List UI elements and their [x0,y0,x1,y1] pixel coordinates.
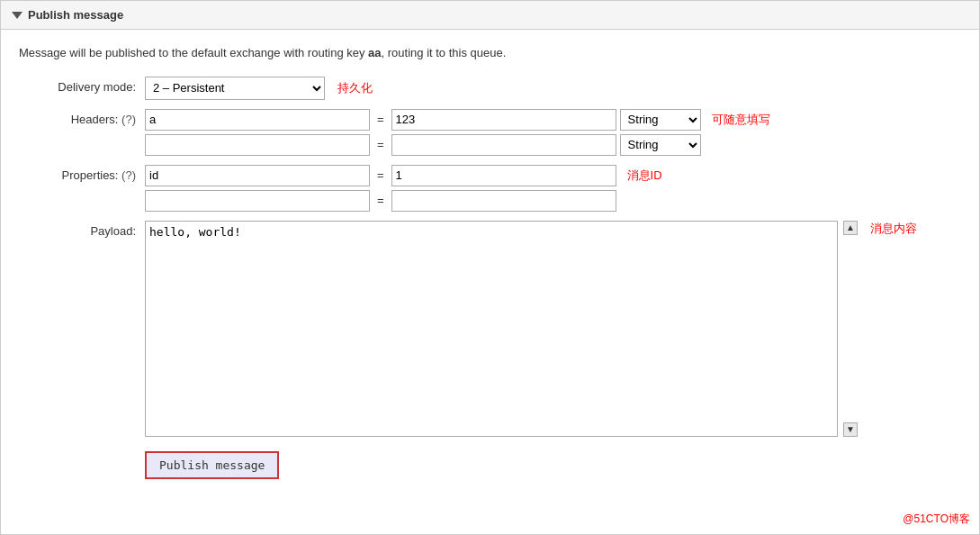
property-value-1[interactable] [391,165,616,186]
property-row-2: = [145,190,662,212]
headers-hint: (?) [121,113,136,126]
delivery-mode-select[interactable]: 1 – Non-persistent 2 – Persistent [145,77,325,100]
delivery-mode-control: 1 – Non-persistent 2 – Persistent 持久化 [145,77,373,100]
header-type-2[interactable]: String Number Boolean [620,134,701,156]
property-value-2[interactable] [391,190,616,212]
headers-row: Headers: (?) = String Number Boolean [19,109,961,156]
equals-prop-1: = [373,168,388,182]
watermark: @51CTO博客 [903,512,970,527]
headers-annotation: 可随意填写 [712,112,770,128]
content-area: Message will be published to the default… [1,30,979,494]
header-key-2[interactable] [145,134,370,156]
equals-1: = [373,113,388,126]
payload-row: Payload: hello, world! ▲ ▼ 消息内容 [19,221,961,437]
delivery-mode-annotation: 持久化 [337,80,373,96]
properties-hint: (?) [121,168,136,182]
header-key-1[interactable] [145,109,370,131]
payload-textarea[interactable]: hello, world! [145,221,838,437]
description-after: , routing it to this queue. [382,46,507,59]
properties-annotation: 消息ID [627,168,662,184]
headers-label: Headers: (?) [19,109,145,126]
property-row-1: = 消息ID [145,165,662,186]
scroll-up-arrow[interactable]: ▲ [843,221,858,235]
headers-area: = String Number Boolean 可随意填写 = [145,109,770,156]
properties-control: = 消息ID = [145,165,662,212]
publish-button-row: Publish message [19,451,961,479]
main-container: Publish message Message will be publishe… [0,0,980,535]
section-header[interactable]: Publish message [1,1,979,30]
header-row-1: = String Number Boolean 可随意填写 [145,109,770,131]
headers-control: = String Number Boolean 可随意填写 = [145,109,770,156]
equals-2: = [373,138,388,151]
headers-label-text: Headers: [71,113,119,126]
description: Message will be published to the default… [19,44,961,62]
scrollbar-area: ▲ ▼ [843,221,858,437]
properties-area: = 消息ID = [145,165,662,212]
header-row-2: = String Number Boolean [145,134,770,156]
payload-wrapper: hello, world! ▲ ▼ 消息内容 [145,221,917,437]
scroll-down-arrow[interactable]: ▼ [843,422,858,437]
equals-prop-2: = [373,194,388,207]
properties-label-text: Properties: [62,168,119,182]
delivery-mode-row: Delivery mode: 1 – Non-persistent 2 – Pe… [19,77,961,100]
payload-annotation: 消息内容 [870,221,917,237]
property-key-2[interactable] [145,190,370,212]
properties-row: Properties: (?) = 消息ID = [19,165,961,212]
publish-message-button[interactable]: Publish message [145,451,279,479]
collapse-triangle-icon [12,12,22,19]
delivery-mode-label: Delivery mode: [19,77,145,94]
header-value-1[interactable] [391,109,616,131]
description-before: Message will be published to the default… [19,46,368,59]
header-type-1[interactable]: String Number Boolean [620,109,701,131]
payload-label: Payload: [19,221,145,238]
header-value-2[interactable] [391,134,616,156]
properties-label: Properties: (?) [19,165,145,182]
routing-key: aa [368,46,381,59]
property-key-1[interactable] [145,165,370,186]
section-title: Publish message [28,8,123,22]
